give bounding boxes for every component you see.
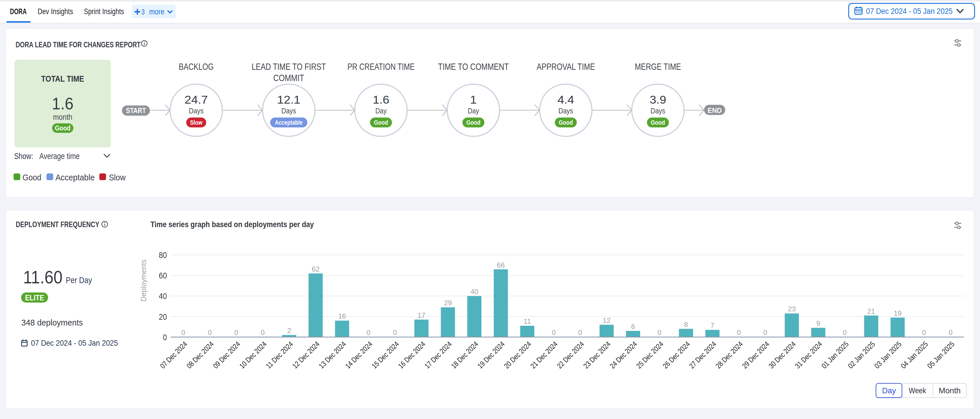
svg-text:Time series graph based on dep: Time series graph based on deployments p… <box>150 220 314 229</box>
svg-text:Acceptable: Acceptable <box>56 173 95 182</box>
svg-text:11: 11 <box>523 317 531 325</box>
svg-text:TOTAL TIME: TOTAL TIME <box>41 74 84 83</box>
svg-text:Days: Days <box>189 106 204 115</box>
svg-text:20: 20 <box>159 312 167 321</box>
svg-text:Slow: Slow <box>109 173 126 182</box>
svg-text:1.6: 1.6 <box>373 93 390 106</box>
svg-text:4.4: 4.4 <box>558 93 574 106</box>
svg-text:Day: Day <box>468 106 479 115</box>
svg-text:Slow: Slow <box>190 119 202 126</box>
svg-text:80: 80 <box>159 250 167 260</box>
svg-text:Sprint Insights: Sprint Insights <box>84 7 124 16</box>
svg-text:0: 0 <box>552 329 556 336</box>
svg-text:0: 0 <box>764 329 767 336</box>
svg-text:Days: Days <box>651 106 665 115</box>
svg-text:Dev Insights: Dev Insights <box>38 7 73 16</box>
svg-text:Month: Month <box>939 386 961 395</box>
svg-text:40: 40 <box>470 288 478 295</box>
svg-text:12: 12 <box>603 317 610 324</box>
svg-text:ELITE: ELITE <box>25 293 44 302</box>
svg-text:month: month <box>53 113 73 122</box>
svg-text:START: START <box>126 106 146 114</box>
svg-text:Days: Days <box>282 106 296 115</box>
svg-text:more: more <box>149 8 164 16</box>
svg-text:MERGE TIME: MERGE TIME <box>635 62 681 71</box>
svg-text:21: 21 <box>867 307 875 315</box>
svg-text:2: 2 <box>287 327 291 335</box>
svg-text:Good: Good <box>559 119 573 126</box>
svg-text:07 Dec 2024 - 05 Jan 2025: 07 Dec 2024 - 05 Jan 2025 <box>31 338 118 348</box>
svg-text:8: 8 <box>684 321 688 329</box>
svg-text:0: 0 <box>181 329 185 336</box>
svg-text:17: 17 <box>417 311 425 319</box>
svg-text:0: 0 <box>843 329 847 336</box>
svg-text:DORA LEAD TIME FOR CHANGES REP: DORA LEAD TIME FOR CHANGES REPORT <box>16 40 141 49</box>
svg-text:Good: Good <box>374 119 388 126</box>
svg-text:60: 60 <box>159 271 167 280</box>
svg-text:Acceptable: Acceptable <box>275 119 302 126</box>
svg-text:0: 0 <box>261 329 265 336</box>
svg-text:0: 0 <box>208 329 212 336</box>
svg-text:DEPLOYMENT FREQUENCY: DEPLOYMENT FREQUENCY <box>16 220 99 229</box>
svg-text:DORA: DORA <box>10 7 27 16</box>
svg-text:Week: Week <box>909 386 926 395</box>
svg-text:Show:: Show: <box>14 151 33 161</box>
svg-text:PR CREATION TIME: PR CREATION TIME <box>347 62 414 71</box>
svg-text:19: 19 <box>894 309 902 317</box>
svg-text:3: 3 <box>141 8 145 16</box>
svg-text:LEAD TIME TO FIRST: LEAD TIME TO FIRST <box>252 62 326 71</box>
svg-text:07 Dec 2024 - 05 Jan 2025: 07 Dec 2024 - 05 Jan 2025 <box>866 7 953 16</box>
svg-text:APPROVAL TIME: APPROVAL TIME <box>537 62 595 71</box>
svg-text:348 deployments: 348 deployments <box>21 318 83 327</box>
svg-text:66: 66 <box>497 261 505 269</box>
svg-text:0: 0 <box>922 329 926 336</box>
svg-text:Good: Good <box>55 124 70 132</box>
svg-text:29: 29 <box>444 299 452 307</box>
svg-text:Day: Day <box>882 386 896 395</box>
svg-text:3.9: 3.9 <box>650 93 667 106</box>
svg-text:1.6: 1.6 <box>52 94 74 113</box>
svg-text:Good: Good <box>651 119 665 126</box>
svg-text:23: 23 <box>788 305 796 313</box>
svg-text:Average time: Average time <box>39 151 80 161</box>
svg-text:END: END <box>708 106 722 114</box>
svg-text:16: 16 <box>338 312 346 320</box>
svg-text:62: 62 <box>312 265 320 273</box>
svg-text:0: 0 <box>657 329 662 336</box>
svg-text:Deployments: Deployments <box>140 259 148 302</box>
svg-text:Per Day: Per Day <box>66 275 92 285</box>
svg-text:24.7: 24.7 <box>185 93 208 106</box>
svg-text:11.60: 11.60 <box>23 267 63 287</box>
svg-text:0: 0 <box>948 329 953 336</box>
svg-text:Good: Good <box>22 173 41 182</box>
svg-text:0: 0 <box>367 329 371 336</box>
svg-text:BACKLOG: BACKLOG <box>179 62 214 71</box>
svg-text:Days: Days <box>558 106 573 115</box>
svg-text:0: 0 <box>163 332 167 342</box>
svg-text:7: 7 <box>711 321 714 329</box>
svg-text:Good: Good <box>466 119 480 126</box>
svg-text:0: 0 <box>234 329 238 336</box>
svg-text:12.1: 12.1 <box>277 93 301 106</box>
svg-text:6: 6 <box>631 323 635 330</box>
svg-text:COMMIT: COMMIT <box>274 73 304 83</box>
svg-text:9: 9 <box>816 319 820 327</box>
svg-text:0: 0 <box>578 329 582 336</box>
svg-text:40: 40 <box>159 291 167 301</box>
svg-text:Day: Day <box>375 106 387 115</box>
svg-text:0: 0 <box>393 329 397 336</box>
svg-text:TIME TO COMMENT: TIME TO COMMENT <box>438 62 509 71</box>
svg-text:0: 0 <box>737 329 741 336</box>
svg-text:1: 1 <box>470 93 477 106</box>
